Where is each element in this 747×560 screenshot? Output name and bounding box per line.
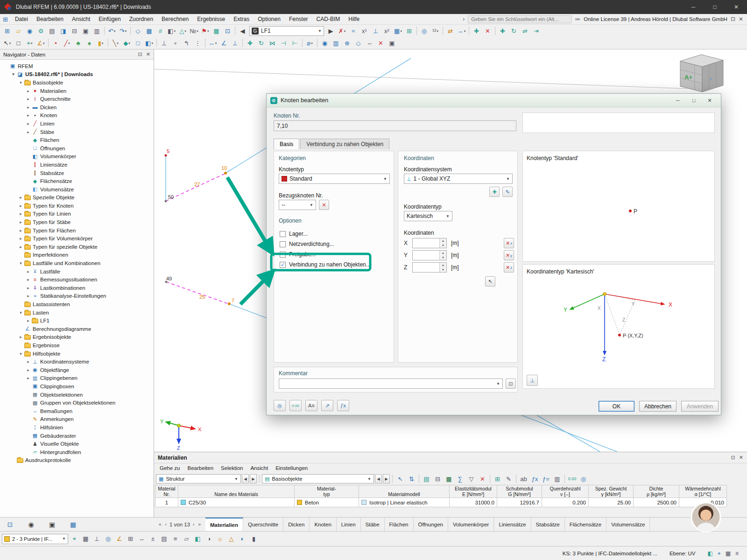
center-view-icon[interactable]: ⊕ (342, 38, 352, 48)
expand-icon[interactable]: ▸ (18, 236, 24, 241)
table-prev-button[interactable]: ◀ (375, 474, 382, 483)
materials-menu-bearbeiten[interactable]: Bearbeiten (183, 463, 217, 473)
copy-icon[interactable]: ▣ (80, 26, 91, 36)
table-sync-selection-icon[interactable]: ⇅ (406, 474, 417, 484)
snap-toggle-icon[interactable]: ⌖ (69, 534, 80, 544)
ortho-toggle-icon[interactable]: ⊥ (92, 534, 102, 544)
tree-item-clippingebenen[interactable]: ▸▥Clippingebenen (0, 374, 154, 383)
table-print-icon[interactable]: ⊟ (432, 474, 443, 484)
node-7[interactable] (228, 302, 231, 305)
close-button[interactable]: ✕ (726, 0, 747, 14)
expand-icon[interactable]: ▸ (25, 97, 31, 101)
collapse-icon[interactable]: ▾ (18, 80, 24, 85)
expand-icon[interactable]: ▸ (18, 203, 24, 208)
select-pointer-icon[interactable]: ↖▾ (2, 38, 13, 48)
tree-item-typen-fuer-knoten[interactable]: ▸Typen für Knoten (0, 202, 154, 210)
tree-item-bemassungen[interactable]: ↔Bemaßungen (0, 407, 154, 415)
struktur-next-button[interactable]: ▶ (250, 474, 257, 483)
status-grid-icon[interactable]: ▦ (726, 550, 731, 557)
collapse-icon[interactable]: ▾ (18, 261, 24, 266)
expand-icon[interactable]: ▸ (25, 130, 31, 134)
work-plane-icon[interactable]: # (155, 26, 166, 36)
coordinate-input-y[interactable]: ▲▼ (412, 250, 447, 260)
materials-menu-selektion[interactable]: Selektion (217, 463, 247, 473)
spin-up-icon[interactable]: ▲ (440, 251, 446, 255)
collapse-icon[interactable]: ▾ (10, 72, 16, 77)
cell-item[interactable]: 0.200 (542, 498, 589, 507)
knoten-nr-field[interactable]: 7,10 (274, 120, 516, 131)
decimal-places-button[interactable]: 0.00 (289, 400, 302, 411)
spinner-x[interactable]: ▲▼ (439, 238, 446, 248)
expand-icon[interactable]: ▸ (18, 228, 24, 233)
copy-comment-button[interactable]: ⊡ (506, 378, 516, 389)
tree-item-lf1[interactable]: ▸LF1 (0, 316, 154, 325)
close-table-icon[interactable]: ✕ (739, 455, 743, 461)
clear-bezugsknoten-button[interactable]: ✕ (319, 200, 329, 210)
find-object-icon[interactable]: ◎ (419, 26, 430, 36)
last-page-icon[interactable]: » (197, 522, 202, 527)
material-table-row[interactable]: 1C25/30BetonIsotrop | Linear elastisch31… (155, 498, 727, 507)
node-50[interactable] (165, 200, 167, 203)
open-model-icon[interactable]: ▱ (13, 26, 24, 36)
tree-item-objektfaenge[interactable]: ▸◉Objektfänge (0, 366, 154, 374)
results-on-off-icon[interactable]: ≈ (348, 26, 359, 36)
panel-camera-icon[interactable]: ▣ (47, 519, 57, 530)
tree-item-ausdruckprotokolle[interactable]: Ausdruckprotokolle (0, 456, 154, 465)
layer-list-icon[interactable]: ≡ (170, 534, 181, 544)
menu-item-bearbeiten[interactable]: Bearbeiten (32, 14, 68, 24)
tree-item-oeffnungen[interactable]: □Öffnungen (0, 144, 154, 153)
dimensions-icon[interactable]: ↔▾ (456, 26, 467, 36)
new-coordinate-system-button[interactable]: ✚ (489, 187, 500, 197)
view-table-icon[interactable]: ▦ (144, 26, 155, 36)
mirror-objects-icon[interactable]: ⇌ (520, 26, 530, 36)
dialog-minimize-button[interactable]: ─ (670, 95, 685, 105)
elevation-icon[interactable]: ⊥ (230, 38, 240, 48)
tree-item-berechnungsdiagramme[interactable]: ∠Berechnungsdiagramme (0, 325, 154, 333)
tree-item-basisobjekte[interactable]: ▾Basisobjekte (0, 78, 154, 87)
snap-point-icon[interactable]: ⌖▾ (24, 38, 35, 48)
materials-menu-einstellungen[interactable]: Einstellungen (272, 463, 311, 473)
reset-z-button[interactable]: ✕z (504, 262, 514, 273)
node-5[interactable] (165, 154, 167, 157)
expand-icon[interactable]: ▸ (25, 368, 31, 372)
table-tab-knoten[interactable]: Knoten (310, 518, 336, 531)
option-netzverdichtung[interactable]: Netzverdichtung... (279, 239, 391, 249)
expand-icon[interactable]: ▸ (25, 286, 31, 290)
load-transfer-icon[interactable]: ⇄ (445, 26, 456, 36)
tree-item-dicken[interactable]: ▸▬Dicken (0, 103, 154, 112)
special-selection-icon[interactable]: ◇ (353, 38, 364, 48)
dlubal-center-icon[interactable]: ◉ (24, 26, 35, 36)
expand-icon[interactable]: ▸ (25, 89, 31, 93)
tree-item-typen-fuer-linien[interactable]: ▸Typen für Linien (0, 210, 154, 218)
expand-icon[interactable]: ▸ (18, 220, 24, 224)
tree-item-stabsaetze[interactable]: ∥Stabsätze (0, 169, 154, 177)
search-list-icon[interactable]: ≔ (575, 16, 580, 22)
loads-on-off-icon[interactable]: ✗▾ (337, 26, 347, 36)
kommentar-combo[interactable]: ▼ (279, 378, 503, 389)
cartesian-snap-icon[interactable]: ⊞ (125, 534, 136, 544)
table-tab-querschnitte[interactable]: Querschnitte (243, 518, 283, 531)
column-header-materialmodell[interactable]: Materialmodell (359, 485, 450, 498)
column-header-nr[interactable]: MaterialNr. (155, 485, 178, 498)
dxf-underlay-icon[interactable]: ▱ (181, 534, 192, 544)
menu-item-optionen[interactable]: Optionen (254, 14, 285, 24)
table-decimals-icon[interactable]: 0.00 (567, 474, 578, 484)
table-tab-flaechen[interactable]: Flächen (385, 518, 414, 531)
option-lager[interactable]: Lager... (279, 229, 391, 239)
visibility-icon[interactable]: ◉ (319, 38, 330, 48)
edit-move-icon[interactable]: ✚ (245, 38, 255, 48)
add-table-icon[interactable]: ⊞ (404, 26, 415, 36)
display-properties-icon[interactable]: △▾ (177, 26, 188, 36)
tree-item-hilfsobjekte[interactable]: ▾Hilfsobjekte (0, 350, 154, 358)
memory-status-icon[interactable]: ▮ (248, 534, 259, 544)
tree-item-visuelle-objekte[interactable]: ♟Visuelle Objekte (0, 440, 154, 448)
table-tab-volumensaetze[interactable]: Volumensätze (606, 518, 650, 531)
reset-y-button[interactable]: ✕y (504, 250, 514, 260)
workspace-icon[interactable]: ⊡ (731, 16, 735, 22)
cell-name-des-materials[interactable]: C25/30 (178, 498, 295, 507)
expand-icon[interactable]: ▸ (18, 211, 24, 216)
undo-icon[interactable]: ↶▾ (106, 26, 117, 36)
table-tab-stabsaetze[interactable]: Stabsätze (531, 518, 565, 531)
menu-item-zuordnen[interactable]: Zuordnen (125, 14, 157, 24)
pick-node-button[interactable]: ↖ (485, 276, 495, 287)
